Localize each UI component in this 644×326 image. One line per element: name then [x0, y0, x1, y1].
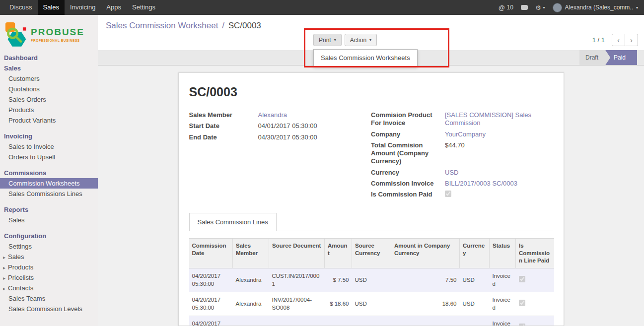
- cell-source-document[interactable]: CUST.IN/2017/0001: [269, 268, 325, 292]
- field-value-start-date: 04/01/2017 05:30:00: [258, 122, 371, 130]
- avatar: [553, 3, 562, 12]
- tab-sales-commission-lines[interactable]: Sales Commission Lines: [189, 213, 277, 231]
- cell-currency[interactable]: USD: [460, 292, 490, 316]
- sidebar-item-dashboard[interactable]: Dashboard: [0, 53, 98, 63]
- menu-item-sales-commission-worksheets[interactable]: Sales Commission Worksheets: [314, 52, 417, 64]
- cell-line-paid[interactable]: [516, 292, 554, 316]
- cell-amount[interactable]: $ 18.60: [325, 316, 352, 326]
- cell-source-document[interactable]: SO008: [269, 316, 325, 326]
- record-title: SC/0003: [189, 85, 553, 99]
- cell-amount-in-company-currency[interactable]: 7.50: [391, 268, 460, 292]
- field-label-end-date: End Date: [189, 133, 255, 141]
- print-button[interactable]: Print ▾: [313, 34, 342, 46]
- sidebar-item-config-contacts[interactable]: ▸Contacts: [0, 283, 98, 293]
- cell-source-currency[interactable]: USD: [352, 268, 391, 292]
- cell-line-paid[interactable]: [516, 268, 554, 292]
- line-paid-checkbox: [519, 276, 525, 282]
- sidebar-item-product-variants[interactable]: Product Variants: [0, 115, 98, 126]
- column-sales-member[interactable]: Sales Member: [233, 239, 269, 268]
- sidebar-section-reports[interactable]: Reports: [0, 204, 98, 215]
- cell-amount-in-company-currency[interactable]: 18.60: [391, 292, 460, 316]
- cell-line-paid[interactable]: [516, 316, 554, 326]
- user-menu[interactable]: Alexandra (Sales_comm.. ▾: [553, 3, 638, 12]
- cell-source-currency[interactable]: USD: [352, 316, 391, 326]
- column-currency[interactable]: Currency: [460, 239, 490, 268]
- sidebar-item-settings[interactable]: Settings: [0, 241, 98, 252]
- line-paid-checkbox: [519, 324, 525, 326]
- probuse-logo-icon: [5, 22, 28, 47]
- chevron-right-icon: ›: [630, 36, 633, 44]
- content-area: SC/0003 Sales Member Alexandra Start Dat…: [98, 65, 644, 326]
- cell-source-document[interactable]: INV/2017/0004-SO008: [269, 292, 325, 316]
- table-row[interactable]: 04/20/2017 05:30:00 Alexandra CUST.IN/20…: [189, 268, 554, 292]
- cell-sales-member[interactable]: Alexandra: [233, 316, 269, 326]
- cell-amount-in-company-currency[interactable]: 18.60: [391, 316, 460, 326]
- cell-status[interactable]: Invoiced: [490, 316, 516, 326]
- sidebar-section-invoicing[interactable]: Invoicing: [0, 131, 98, 141]
- sidebar-item-sales-commissions-lines[interactable]: Sales Commissions Lines: [0, 189, 98, 199]
- sidebar-item-reports-sales[interactable]: Sales: [0, 215, 98, 225]
- submenu-arrow-icon: ▸: [3, 286, 8, 291]
- column-amount[interactable]: Amount: [325, 239, 352, 268]
- sidebar-section-configuration[interactable]: Configuration: [0, 231, 98, 241]
- sidebar-section-commissions[interactable]: Commissions: [0, 168, 98, 178]
- cell-currency[interactable]: USD: [460, 316, 490, 326]
- sidebar-item-config-products[interactable]: ▸Products: [0, 262, 98, 272]
- sidebar-item-sales-teams[interactable]: Sales Teams: [0, 293, 98, 304]
- menu-invoicing[interactable]: Invoicing: [65, 0, 101, 15]
- sidebar-item-config-sales[interactable]: ▸Sales: [0, 252, 98, 262]
- sidebar-item-customers[interactable]: Customers: [0, 73, 98, 84]
- pager-previous-button[interactable]: ‹: [612, 34, 625, 46]
- sidebar-item-quotations[interactable]: Quotations: [0, 84, 98, 94]
- sidebar-section-sales[interactable]: Sales: [0, 63, 98, 73]
- cell-amount[interactable]: $ 7.50: [325, 268, 352, 292]
- app-logo[interactable]: PROBUSE PROFESSIONAL BUSINESS: [0, 15, 98, 53]
- menu-apps[interactable]: Apps: [101, 0, 127, 15]
- sidebar-item-sales-to-invoice[interactable]: Sales to Invoice: [0, 141, 98, 152]
- table-row[interactable]: 04/20/2017 10:35:53 Alexandra SO008 $ 18…: [189, 316, 554, 326]
- sidebar-item-orders-to-upsell[interactable]: Orders to Upsell: [0, 152, 98, 162]
- submenu-arrow-icon: ▸: [3, 255, 8, 260]
- sidebar-item-commission-worksheets[interactable]: Commission Worksheets: [0, 178, 98, 189]
- debug-menu[interactable]: ⚙ ▾: [535, 4, 545, 11]
- cell-amount[interactable]: $ 18.60: [325, 292, 352, 316]
- menu-discuss[interactable]: Discuss: [4, 0, 38, 15]
- cell-sales-member[interactable]: Alexandra: [233, 268, 269, 292]
- sidebar-item-sales-orders[interactable]: Sales Orders: [0, 94, 98, 105]
- cell-source-currency[interactable]: USD: [352, 292, 391, 316]
- field-value-currency[interactable]: USD: [445, 169, 553, 177]
- messages-menu[interactable]: [521, 5, 528, 10]
- pager-buttons: ‹ ›: [612, 34, 638, 46]
- field-value-commission-product[interactable]: [SALES COMMISSION] Sales Commission: [445, 111, 553, 128]
- column-source-document[interactable]: Source Document: [269, 239, 325, 268]
- action-button[interactable]: Action ▾: [345, 34, 377, 46]
- cell-commission-date[interactable]: 04/20/2017 05:30:00: [189, 292, 233, 316]
- sidebar-item-products[interactable]: Products: [0, 105, 98, 115]
- sidebar-item-config-pricelists[interactable]: ▸Pricelists: [0, 272, 98, 283]
- cell-commission-date[interactable]: 04/20/2017 10:35:53: [189, 316, 233, 326]
- menu-sales[interactable]: Sales: [38, 0, 65, 15]
- table-row[interactable]: 04/20/2017 05:30:00 Alexandra INV/2017/0…: [189, 292, 554, 316]
- cell-currency[interactable]: USD: [460, 268, 490, 292]
- menu-settings[interactable]: Settings: [127, 0, 161, 15]
- cell-status[interactable]: Invoiced: [490, 292, 516, 316]
- pager-value[interactable]: 1 / 1: [592, 36, 605, 44]
- field-value-commission-invoice[interactable]: BILL/2017/0003 SC/0003: [445, 180, 553, 188]
- column-is-commission-line-paid[interactable]: Is Commission Line Paid: [516, 239, 554, 268]
- cell-commission-date[interactable]: 04/20/2017 05:30:00: [189, 268, 233, 292]
- cell-status[interactable]: Invoiced: [490, 268, 516, 292]
- column-source-currency[interactable]: Source Currency: [352, 239, 391, 268]
- field-value-company[interactable]: YourCompany: [445, 130, 553, 138]
- column-status[interactable]: Status: [490, 239, 516, 268]
- column-commission-date[interactable]: Commission Date: [189, 239, 233, 268]
- field-value-sales-member[interactable]: Alexandra: [258, 111, 371, 119]
- column-amount-in-company-currency[interactable]: Amount in Company Currency: [391, 239, 460, 268]
- pager-next-button[interactable]: ›: [625, 34, 638, 46]
- breadcrumb-parent-link[interactable]: Sales Commission Worksheet: [106, 21, 218, 30]
- logo-text: PROBUSE PROFESSIONAL BUSINESS: [31, 27, 84, 42]
- field-label-commission-invoice: Commission Invoice: [371, 180, 442, 188]
- cell-sales-member[interactable]: Alexandra: [233, 292, 269, 316]
- sidebar-item-sales-commission-levels[interactable]: Sales Commission Levels: [0, 304, 98, 314]
- status-draft[interactable]: Draft: [579, 50, 610, 65]
- mentions-counter[interactable]: @ 10: [499, 4, 513, 11]
